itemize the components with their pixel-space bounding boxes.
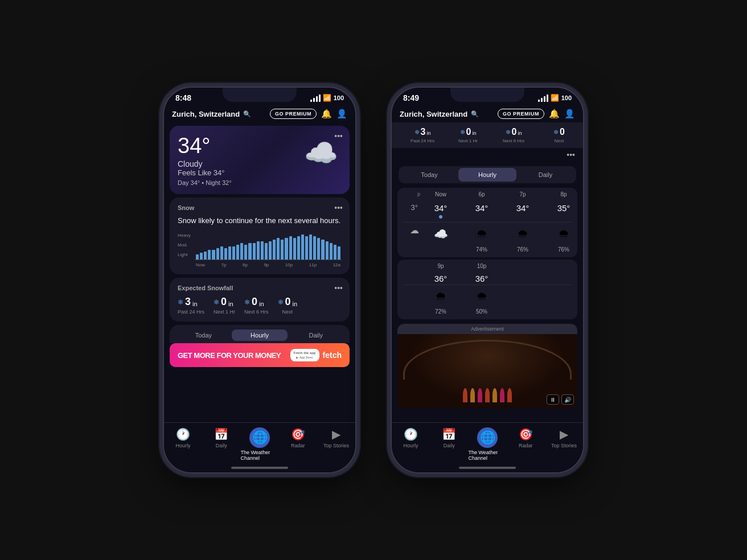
view-tab-daily-2[interactable]: Daily bbox=[516, 168, 574, 182]
nav-twc-label-2: The Weather Channel bbox=[468, 450, 506, 461]
bottom-nav-2: 🕐 Hourly 📅 Daily 🌐 The Weather Channel 🎯… bbox=[392, 422, 583, 472]
premium-button-1[interactable]: GO PREMIUM bbox=[270, 109, 317, 119]
content-menu-2[interactable]: ••• bbox=[392, 148, 583, 162]
battery-label-2: 100 bbox=[561, 94, 572, 101]
weather-icon-7p: 🌧 bbox=[502, 227, 543, 240]
nav-daily-1[interactable]: 📅 Daily bbox=[202, 427, 240, 461]
nav-radar-2[interactable]: 🎯 Radar bbox=[507, 427, 545, 461]
chart-bar bbox=[244, 245, 247, 260]
precip-col-6p: 74% bbox=[461, 246, 502, 253]
signal-icon-2 bbox=[538, 94, 548, 102]
phone-content-2[interactable]: ••• Today Hourly Daily p Now bbox=[392, 148, 583, 464]
home-indicator-2 bbox=[459, 467, 516, 469]
chart-bar bbox=[301, 234, 304, 260]
icon-col-6p: 🌧 bbox=[461, 225, 502, 243]
battery-label: 100 bbox=[334, 94, 344, 101]
nav-stories-icon-1: ▶ bbox=[332, 427, 340, 441]
chart-bar bbox=[321, 240, 324, 260]
nav-daily-2[interactable]: 📅 Daily bbox=[430, 427, 468, 461]
chart-bar bbox=[334, 245, 336, 260]
chart-bar bbox=[236, 245, 239, 260]
hourly-precip-row: 74% 76% 76% bbox=[397, 245, 577, 257]
chart-bar bbox=[212, 250, 215, 260]
card-menu-2[interactable]: ••• bbox=[334, 203, 343, 212]
temp-col-7p: 34° bbox=[502, 203, 543, 221]
chart-bar bbox=[216, 248, 219, 260]
search-icon-2[interactable]: 🔍 bbox=[471, 110, 479, 118]
notch-2 bbox=[450, 88, 524, 102]
view-tabs-1[interactable]: Today Hourly Daily bbox=[170, 325, 350, 343]
snow-amount-2: ❄ 0 in Next 6 Hrs bbox=[244, 296, 269, 315]
chart-bar bbox=[297, 236, 300, 260]
chart-bar bbox=[289, 236, 292, 260]
snow-amounts-1: ❄ 3 in Past 24 Hrs ❄ 0 in bbox=[178, 296, 342, 315]
chart-bar bbox=[269, 241, 272, 260]
view-tab-hourly-2[interactable]: Hourly bbox=[458, 168, 516, 182]
nav-stories-label-1: Top Stories bbox=[323, 443, 349, 448]
tab-today-1[interactable]: Today bbox=[175, 330, 232, 341]
hourly-temps-row: 3° 34° 34° 34° 35° bbox=[397, 202, 577, 222]
icon-col-10p: 🌧 bbox=[461, 287, 502, 305]
figure-2 bbox=[470, 388, 475, 402]
strip-item-3: ❄ 0 Next bbox=[536, 127, 582, 143]
ad-cta-1[interactable]: Fetch the app ▶ App Store bbox=[290, 349, 319, 361]
snowfall-title-1: Expected Snowfall bbox=[178, 285, 342, 291]
strip-snowflake-3: ❄ bbox=[553, 129, 559, 136]
tab-hourly-1[interactable]: Hourly bbox=[232, 330, 288, 341]
figure-7 bbox=[507, 388, 512, 402]
strip-snowflake-0: ❄ bbox=[414, 129, 420, 136]
nav-stories-1[interactable]: ▶ Top Stories bbox=[317, 427, 355, 461]
day-night-1: Day 34° • Night 32° bbox=[178, 179, 342, 186]
strip-item-0: ❄ 3 in Past 24 Hrs bbox=[400, 127, 445, 143]
snow-amount-3: ❄ 0 in Next bbox=[278, 296, 298, 315]
search-icon-1[interactable]: 🔍 bbox=[243, 110, 251, 118]
feels-like-1: Feels Like 34° bbox=[178, 168, 342, 177]
tab-daily-1[interactable]: Daily bbox=[288, 330, 344, 341]
stage-figures-2 bbox=[409, 388, 566, 402]
nav-stories-icon-2: ▶ bbox=[560, 427, 568, 441]
snow-chart-1: Heavy Mod. Light Now 7p 8p 9p 10p bbox=[178, 232, 342, 267]
premium-button-2[interactable]: GO PREMIUM bbox=[498, 109, 544, 119]
precip-col-10p: 50% bbox=[461, 308, 502, 315]
nav-daily-label-2: Daily bbox=[444, 443, 455, 448]
temp-col-8p: 35° bbox=[543, 203, 577, 221]
nav-radar-icon-1: 🎯 bbox=[291, 427, 305, 441]
nav-daily-icon-2: 📅 bbox=[442, 427, 456, 441]
figure-1 bbox=[463, 388, 467, 402]
chart-bar bbox=[309, 234, 312, 260]
phone-content-1[interactable]: ••• 34° Cloudy Feels Like 34° Day 34° • … bbox=[164, 122, 355, 439]
hourly-times-row: p Now 6p 7p 8p bbox=[397, 188, 577, 202]
view-tab-today-2[interactable]: Today bbox=[400, 168, 458, 182]
nav-hourly-2[interactable]: 🕐 Hourly bbox=[392, 427, 430, 461]
nav-hourly-1[interactable]: 🕐 Hourly bbox=[164, 427, 202, 461]
precip-col-7p: 76% bbox=[502, 246, 543, 253]
hour-col-10p: 10p bbox=[461, 263, 502, 271]
ad-banner-1[interactable]: GET MORE FOR YOUR MONEY Fetch the app ▶ … bbox=[170, 343, 350, 367]
chart-bar bbox=[228, 246, 231, 260]
nav-radar-1[interactable]: 🎯 Radar bbox=[279, 427, 317, 461]
snow-amount-0: ❄ 3 in Past 24 Hrs bbox=[178, 296, 204, 315]
nav-twc-1[interactable]: 🌐 The Weather Channel bbox=[240, 427, 278, 461]
snowfall-card-1: ••• Expected Snowfall ❄ 3 in Past 24 Hrs bbox=[170, 278, 350, 322]
figure-6 bbox=[500, 388, 504, 402]
profile-icon-2[interactable]: 👤 bbox=[564, 109, 575, 119]
chart-bar bbox=[265, 243, 268, 260]
bell-icon-1[interactable]: 🔔 bbox=[321, 109, 332, 119]
nav-twc-2[interactable]: 🌐 The Weather Channel bbox=[468, 427, 506, 461]
bell-icon-2[interactable]: 🔔 bbox=[549, 109, 560, 119]
precip-col-now bbox=[420, 246, 461, 253]
nav-hourly-icon-1: 🕐 bbox=[176, 427, 190, 441]
chart-bar bbox=[240, 243, 243, 260]
chart-bar bbox=[277, 238, 280, 260]
signal-icon bbox=[310, 94, 321, 102]
partial-cloud-icon: ☁ bbox=[403, 225, 420, 236]
volume-button-2[interactable]: 🔊 bbox=[561, 394, 574, 405]
profile-icon-1[interactable]: 👤 bbox=[336, 109, 347, 119]
card-menu-3[interactable]: ••• bbox=[334, 283, 343, 293]
pause-button-2[interactable]: ⏸ bbox=[547, 394, 559, 405]
location-text-1: Zurich, Switzerland bbox=[172, 110, 240, 118]
nav-stories-2[interactable]: ▶ Top Stories bbox=[545, 427, 583, 461]
hourly-scroll-2: p Now 6p 7p 8p bbox=[397, 188, 577, 257]
figure-5 bbox=[492, 388, 497, 402]
view-selector-2[interactable]: Today Hourly Daily bbox=[399, 166, 576, 183]
